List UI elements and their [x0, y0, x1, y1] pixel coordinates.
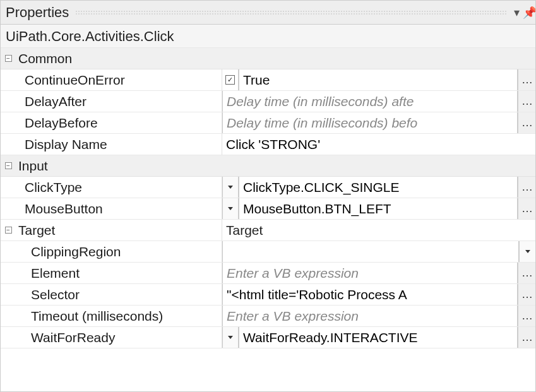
- dropdown-button[interactable]: [222, 177, 239, 198]
- expander-icon[interactable]: −: [5, 227, 12, 234]
- ellipsis-button[interactable]: …: [518, 284, 535, 305]
- prop-placeholder[interactable]: Enter a VB expression: [222, 263, 518, 283]
- prop-clipping-region: ClippingRegion: [1, 241, 535, 263]
- prop-label: Display Name: [16, 134, 222, 155]
- ellipsis-button[interactable]: …: [518, 91, 535, 112]
- prop-element: Element Enter a VB expression …: [1, 263, 535, 284]
- ellipsis-button[interactable]: …: [518, 263, 535, 283]
- dropdown-button[interactable]: [519, 241, 535, 262]
- ellipsis-button[interactable]: …: [518, 112, 535, 133]
- prop-selector: Selector "<html title='Robotic Process A…: [1, 284, 535, 306]
- dropdown-icon[interactable]: ▾: [510, 6, 523, 20]
- target-value: Target: [222, 220, 535, 241]
- prop-label: DelayAfter: [16, 91, 222, 112]
- chevron-down-icon: [525, 250, 530, 253]
- section-target[interactable]: − Target Target: [1, 220, 535, 241]
- ellipsis-button[interactable]: …: [518, 69, 535, 90]
- chevron-down-icon: [228, 336, 233, 339]
- prop-placeholder[interactable]: Delay time (in milliseconds) befo: [222, 112, 518, 133]
- prop-label: Timeout (milliseconds): [16, 306, 222, 326]
- expander-icon[interactable]: −: [5, 162, 12, 169]
- section-label: Target: [16, 220, 222, 241]
- section-common[interactable]: − Common: [1, 48, 535, 69]
- chevron-down-icon: [228, 207, 233, 210]
- ellipsis-button[interactable]: …: [518, 306, 535, 326]
- prop-label: WaitForReady: [16, 327, 222, 348]
- panel-grip[interactable]: [75, 10, 506, 15]
- prop-label: ClickType: [16, 177, 222, 198]
- chevron-down-icon: [228, 186, 233, 189]
- prop-continue-on-error: ContinueOnError ✓ True …: [1, 69, 535, 91]
- prop-placeholder[interactable]: Enter a VB expression: [222, 306, 518, 326]
- prop-value[interactable]: "<html title='Robotic Process A: [222, 284, 518, 305]
- ellipsis-button[interactable]: …: [518, 327, 535, 348]
- prop-label: DelayBefore: [16, 112, 222, 133]
- ellipsis-button[interactable]: …: [518, 177, 535, 198]
- section-input[interactable]: − Input: [1, 155, 535, 177]
- pin-icon[interactable]: 📌: [523, 6, 535, 20]
- prop-value[interactable]: WaitForReady.INTERACTIVE: [239, 327, 518, 348]
- dropdown-button[interactable]: [222, 198, 239, 219]
- prop-label: MouseButton: [16, 198, 222, 219]
- panel-title: Properties: [6, 4, 75, 21]
- prop-placeholder[interactable]: Delay time (in milliseconds) afte: [222, 91, 518, 112]
- prop-value[interactable]: ClickType.CLICK_SINGLE: [239, 177, 518, 198]
- prop-value[interactable]: Click 'STRONG': [222, 134, 535, 155]
- prop-label: ContinueOnError: [16, 69, 222, 90]
- property-grid: − Common ContinueOnError ✓ True … DelayA…: [1, 48, 535, 348]
- dropdown-button[interactable]: [222, 327, 239, 348]
- prop-value[interactable]: MouseButton.BTN_LEFT: [239, 198, 518, 219]
- prop-value[interactable]: [222, 241, 519, 262]
- panel-titlebar: Properties ▾ 📌: [1, 1, 535, 25]
- prop-delay-before: DelayBefore Delay time (in milliseconds)…: [1, 112, 535, 134]
- prop-wait-for-ready: WaitForReady WaitForReady.INTERACTIVE …: [1, 327, 535, 348]
- prop-label: ClippingRegion: [16, 241, 222, 262]
- section-label: Input: [16, 158, 222, 174]
- prop-delay-after: DelayAfter Delay time (in milliseconds) …: [1, 91, 535, 112]
- prop-timeout: Timeout (milliseconds) Enter a VB expres…: [1, 306, 535, 327]
- prop-display-name: Display Name Click 'STRONG': [1, 134, 535, 155]
- checkbox[interactable]: ✓: [222, 69, 239, 90]
- expander-icon[interactable]: −: [5, 55, 12, 62]
- ellipsis-button[interactable]: …: [518, 198, 535, 219]
- prop-click-type: ClickType ClickType.CLICK_SINGLE …: [1, 177, 535, 198]
- prop-value[interactable]: True: [239, 69, 518, 90]
- activity-type: UiPath.Core.Activities.Click: [1, 25, 535, 48]
- prop-label: Element: [16, 263, 222, 283]
- section-label: Common: [16, 51, 222, 66]
- prop-label: Selector: [16, 284, 222, 305]
- prop-mouse-button: MouseButton MouseButton.BTN_LEFT …: [1, 198, 535, 220]
